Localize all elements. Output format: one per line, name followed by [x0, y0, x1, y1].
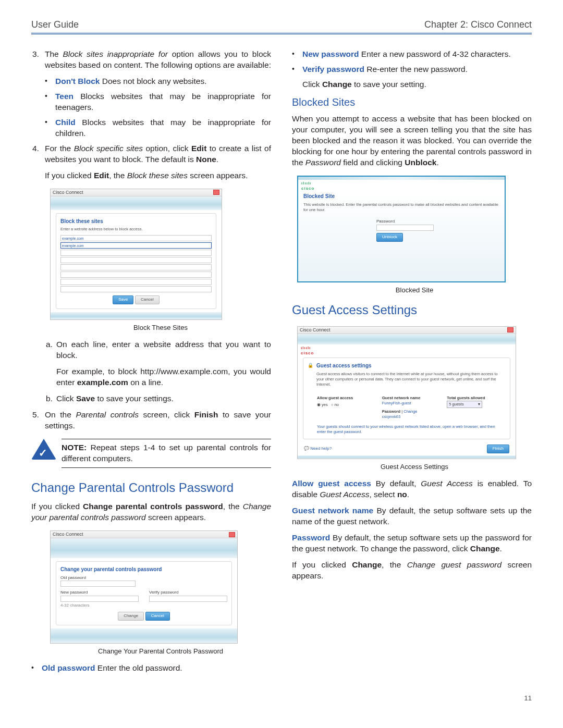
label-new-password: New password	[60, 590, 139, 596]
save-button[interactable]: Save	[113, 295, 133, 304]
text: , the	[382, 560, 407, 569]
cancel-button[interactable]: Cancel	[145, 612, 170, 621]
note-icon: ✓	[31, 439, 55, 463]
text: screen appears.	[188, 171, 248, 180]
figure-caption: Blocked Site	[297, 286, 532, 295]
text: Re-enter the new password.	[364, 65, 468, 73]
panel-sub: Enter a website address below to block a…	[60, 227, 212, 232]
panel-heading: Block these sites	[60, 218, 212, 225]
text-bold: Change	[322, 80, 352, 89]
figure-change-password: Cisco Connect Change your parental contr…	[50, 530, 271, 656]
cancel-button[interactable]: Cancel	[135, 295, 160, 304]
term: Password	[292, 533, 330, 542]
option-dont-block: • Don't Block Does not block any website…	[31, 76, 271, 87]
term: Allow guest access	[292, 479, 371, 488]
mock-titlebar: Cisco Connect	[51, 189, 222, 196]
site-input[interactable]	[60, 257, 212, 263]
term: Guest network name	[292, 506, 373, 515]
mock-title: Cisco Connect	[53, 531, 83, 537]
step-4a-follow: For example, to block http://www.example…	[45, 366, 271, 388]
site-input[interactable]	[60, 264, 212, 270]
password-input[interactable]	[376, 225, 434, 231]
text: yes	[322, 402, 328, 407]
text-bold: None	[196, 155, 216, 164]
header-right: Chapter 2: Cisco Connect	[424, 18, 532, 31]
site-input[interactable]	[60, 286, 212, 292]
blocked-sites-paragraph: When you attempt to access a website tha…	[292, 114, 532, 168]
text: , the	[109, 171, 127, 180]
click-change-line: Click Change to save your setting.	[292, 79, 532, 90]
site-input[interactable]: example.com	[60, 242, 212, 249]
note-label: NOTE:	[62, 443, 87, 452]
password-paragraph: Password By default, the setup software …	[292, 533, 532, 554]
need-help-link[interactable]: 💬 Need help?	[304, 446, 332, 452]
site-input[interactable]	[60, 272, 212, 278]
step-5: 5. On the Parental controls screen, clic…	[31, 410, 271, 431]
panel-heading: Change your parental controls password	[60, 566, 227, 573]
close-icon[interactable]	[229, 532, 235, 537]
text: If you clicked	[45, 171, 94, 180]
text-bold: example.com	[77, 378, 128, 387]
text: The	[45, 50, 63, 58]
radio-yes[interactable]: ◉	[317, 402, 322, 407]
mock-title: Cisco Connect	[53, 189, 83, 195]
figure-guest-access: Cisco Connect ılıılıcisco 🔒 Guest access…	[297, 326, 532, 472]
site-input[interactable]: example.com	[60, 235, 212, 241]
term: New password	[302, 50, 359, 58]
text: Enter the old password.	[95, 663, 182, 672]
text: screen, click	[139, 410, 194, 419]
heading-change-password: Change Parental Controls Password	[31, 479, 271, 496]
guests-select[interactable]: 5 guests▾	[447, 401, 482, 408]
allow-guest-paragraph: Allow guest access By default, Guest Acc…	[292, 478, 532, 500]
password-value: cscpnxk63	[382, 414, 438, 419]
text: field and clicking	[341, 158, 405, 167]
text: .	[500, 544, 502, 553]
text: , the	[223, 502, 243, 511]
figure-caption: Block These Sites	[50, 323, 271, 332]
mock-titlebar: Cisco Connect	[51, 531, 237, 538]
option-child: • Child Blocks websites that may be inap…	[31, 117, 271, 139]
text-bold: Change	[352, 560, 382, 569]
text-italic: Guest Access	[421, 479, 473, 488]
close-icon[interactable]	[507, 327, 513, 332]
change-password-intro: If you clicked Change parental controls …	[31, 501, 271, 523]
step-number: a.	[45, 339, 56, 361]
text-italic: Parental controls	[76, 410, 139, 419]
change-link[interactable]: Change	[403, 409, 417, 414]
bullet-icon: •	[292, 64, 302, 75]
verify-password-input[interactable]	[149, 596, 227, 602]
site-input[interactable]	[60, 250, 212, 256]
heading-guest-access: Guest Access Settings	[292, 302, 532, 318]
text-bold: Finish	[194, 410, 218, 419]
guest-name-paragraph: Guest network name By default, the setup…	[292, 505, 532, 527]
finish-button[interactable]: Finish	[487, 445, 509, 453]
site-input[interactable]	[60, 279, 212, 285]
step-4: 4. For the Block specific sites option, …	[31, 143, 271, 165]
text: If you clicked	[292, 560, 352, 569]
close-icon[interactable]	[213, 190, 219, 195]
text-italic: Guest Access	[320, 490, 369, 499]
text: Blocks websites that may be inappropriat…	[55, 92, 271, 112]
term: Don't Block	[55, 77, 100, 85]
heading-blocked-sites: Blocked Sites	[292, 95, 532, 109]
unblock-button[interactable]: Unblock	[376, 233, 403, 242]
bullet-icon: •	[45, 91, 55, 113]
col-allow: Allow guest access	[317, 396, 373, 401]
text-bold: Change parental controls password	[83, 502, 223, 511]
new-password-input[interactable]	[60, 596, 139, 602]
figure-blocked-site: ılıılıcisco Blocked Site This website is…	[297, 176, 532, 294]
term: Teen	[55, 92, 74, 101]
lock-icon: 🔒	[308, 362, 313, 368]
text-italic: Block these sites	[127, 171, 188, 180]
text-bold: Unblock	[405, 158, 436, 167]
change-button[interactable]: Change	[118, 612, 144, 621]
old-password-input[interactable]	[60, 581, 136, 587]
text: On each line, enter a website address th…	[56, 339, 271, 361]
panel-sub: This website is blocked. Enter the paren…	[303, 202, 499, 213]
step-4-follow: If you clicked Edit, the Block these sit…	[31, 170, 271, 181]
hint: 4-32 characters	[60, 603, 139, 609]
radio-no[interactable]: ○	[331, 402, 335, 407]
step-number: 5.	[31, 410, 45, 431]
old-password-def: • Old password Enter the old password.	[31, 663, 271, 674]
term: Old password	[42, 663, 95, 672]
